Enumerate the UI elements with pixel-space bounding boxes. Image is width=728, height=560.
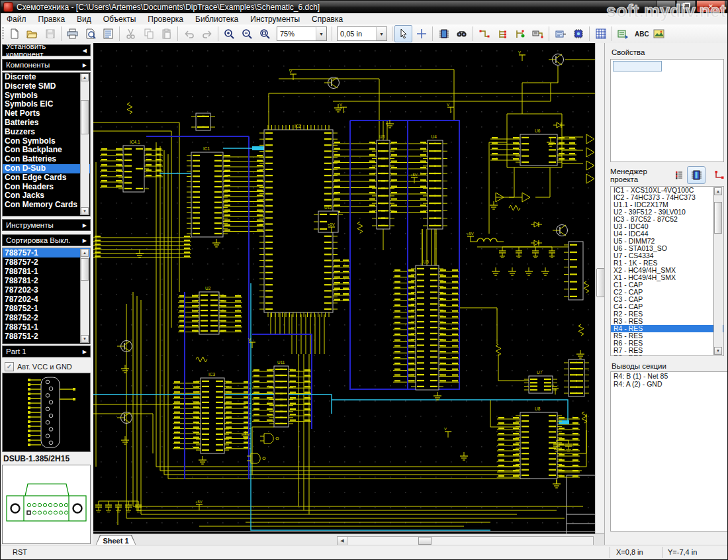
menu-item[interactable]: Объекты — [97, 14, 142, 24]
list-item[interactable]: Con Jacks — [3, 191, 90, 201]
origin-tool-button[interactable] — [412, 25, 430, 42]
undo-button[interactable] — [180, 25, 198, 42]
list-item[interactable]: 788781-1 — [3, 267, 90, 276]
grid-table-button[interactable] — [592, 25, 610, 42]
scroll-thumb[interactable] — [714, 202, 722, 234]
print-preview-button[interactable] — [81, 25, 99, 42]
list-item[interactable]: R4: B (1) - Net 85 — [611, 372, 728, 380]
components-view-button[interactable] — [687, 166, 706, 184]
zoom-out-button[interactable] — [238, 25, 256, 42]
list-item[interactable]: R8 - RES — [611, 354, 723, 356]
place-text-button[interactable]: ABC — [632, 25, 650, 42]
list-item[interactable]: Con Backplane — [3, 146, 90, 155]
find-button[interactable] — [453, 25, 471, 42]
parts-list[interactable]: 788757-1788757-2788781-1788781-2787202-3… — [2, 248, 91, 344]
schematic-canvas[interactable]: IC4.1IC1IC2U3U4U5U2IC3U11U8U7U6U12+5V+5V… — [93, 43, 595, 534]
install-component-header[interactable]: Установить компонент ◀ — [2, 44, 91, 56]
list-item[interactable]: Batteries — [3, 118, 90, 128]
parts-scrollbar[interactable]: ▲ ▼ — [80, 249, 89, 343]
scroll-up-icon[interactable]: ▲ — [81, 249, 89, 257]
scroll-thumb[interactable] — [418, 537, 432, 545]
scroll-up-icon[interactable]: ▲ — [81, 73, 89, 81]
list-item[interactable]: Discrete SMD — [3, 82, 90, 91]
properties-input[interactable] — [613, 61, 662, 71]
scroll-down-icon[interactable]: ▼ — [714, 347, 722, 355]
redo-button[interactable] — [198, 25, 216, 42]
tools-header[interactable]: Инструменты ▶ — [2, 219, 91, 231]
list-item[interactable]: Buzzers — [3, 128, 90, 137]
part-section-header[interactable]: Part 1 ▶ — [2, 346, 91, 357]
select-tool-button[interactable] — [394, 25, 412, 42]
component-groups-list[interactable]: DiscreteDiscrete SMDSymbolsSymbols EICNe… — [2, 72, 91, 216]
canvas-vertical-scrollbar[interactable] — [595, 43, 604, 534]
restore-button[interactable] — [676, 1, 696, 13]
list-item[interactable]: 788757-1 — [3, 248, 90, 257]
open-button[interactable] — [23, 25, 41, 42]
zoom-in-button[interactable] — [220, 25, 238, 42]
menu-item[interactable]: Библиотека — [189, 14, 244, 24]
titleblock-button[interactable] — [99, 25, 117, 42]
close-button[interactable]: ✕ — [696, 1, 725, 13]
list-item[interactable]: Symbols — [3, 91, 90, 101]
print-button[interactable] — [64, 25, 81, 42]
zoom-window-button[interactable] — [256, 25, 274, 42]
title-bar[interactable]: Схемотехника - [C:\Users\Artemes\Documen… — [1, 1, 727, 13]
new-document-button[interactable] — [5, 25, 23, 42]
list-item[interactable]: Con D-Sub — [3, 164, 90, 173]
menu-item[interactable]: Справка — [306, 14, 349, 24]
list-item[interactable]: Con Memory Cards — [3, 201, 90, 210]
menu-item[interactable]: Инструменты — [244, 14, 306, 24]
menu-item[interactable]: Вид — [71, 14, 97, 24]
menu-item[interactable]: Правка — [32, 14, 71, 24]
list-item[interactable]: 788781-2 — [3, 276, 90, 285]
groups-scrollbar[interactable]: ▲ ▼ — [80, 73, 89, 215]
copy-button[interactable] — [140, 25, 158, 42]
pattern-manager-button[interactable] — [569, 25, 587, 42]
list-item[interactable]: 788752-2 — [3, 313, 90, 322]
scroll-down-icon[interactable]: ▼ — [81, 207, 89, 215]
list-item[interactable]: Discrete — [3, 73, 90, 82]
place-picture-button[interactable] — [650, 25, 668, 42]
list-item[interactable]: 788757-2 — [3, 257, 90, 267]
scroll-up-icon[interactable]: ▲ — [714, 187, 722, 195]
cut-button[interactable] — [122, 25, 140, 42]
list-item[interactable]: Con Headers — [3, 183, 90, 192]
list-item[interactable]: R4: A (2) - GND — [611, 380, 728, 388]
list-item[interactable]: Con Batteries — [3, 155, 90, 164]
place-component-button[interactable] — [435, 25, 453, 42]
place-wire-button[interactable] — [475, 25, 493, 42]
scroll-thumb[interactable] — [81, 100, 89, 134]
scroll-down-icon[interactable]: ▼ — [81, 335, 89, 343]
auto-vcc-checkbox[interactable]: ✓ — [5, 362, 14, 371]
save-button[interactable] — [41, 25, 59, 42]
connection-manager-button[interactable] — [551, 25, 569, 42]
manager-scrollbar[interactable]: ▲ ▼ — [713, 187, 723, 355]
scroll-thumb[interactable] — [81, 258, 89, 281]
minimize-button[interactable]: — — [657, 1, 676, 13]
list-item[interactable]: Con Edge Cards — [3, 173, 90, 183]
convert-to-pcb-button[interactable] — [614, 25, 632, 42]
menu-item[interactable]: Файл — [1, 14, 32, 24]
grid-select[interactable]: 0,05 in ▼ — [337, 26, 387, 41]
list-item[interactable]: Net Ports — [3, 109, 90, 118]
components-header[interactable]: Компоненты ▶ — [2, 59, 91, 71]
menu-item[interactable]: Проверка — [142, 14, 189, 24]
list-item[interactable]: 788751-2 — [3, 332, 90, 341]
list-item[interactable]: Con Symbols — [3, 137, 90, 146]
scroll-left-icon[interactable]: ◀ — [338, 537, 347, 545]
place-bus-button[interactable] — [493, 25, 511, 42]
list-item[interactable]: Symbols EIC — [3, 100, 90, 109]
canvas-horizontal-scrollbar[interactable]: ◀ — [337, 536, 594, 545]
nets-view-button[interactable] — [709, 166, 728, 184]
list-item[interactable]: 788751-1 — [3, 322, 90, 332]
zoom-select[interactable]: 75% ▼ — [277, 26, 327, 41]
toolbar-grip[interactable] — [2, 27, 4, 40]
project-components-list[interactable]: IC1 - XCS10XL-4VQ100CIC2 - 74HC373 - 74H… — [610, 186, 724, 356]
list-item[interactable]: 787202-4 — [3, 295, 90, 304]
sort-header[interactable]: Сортировка Выкл. ▶ — [2, 234, 91, 246]
section-pins-list[interactable]: R4: B (1) - Net 85R4: A (2) - GND — [610, 371, 728, 532]
net-port-button[interactable] — [529, 25, 547, 42]
bus-connection-button[interactable] — [511, 25, 529, 42]
paste-button[interactable] — [158, 25, 175, 42]
list-item[interactable]: 788752-1 — [3, 304, 90, 313]
